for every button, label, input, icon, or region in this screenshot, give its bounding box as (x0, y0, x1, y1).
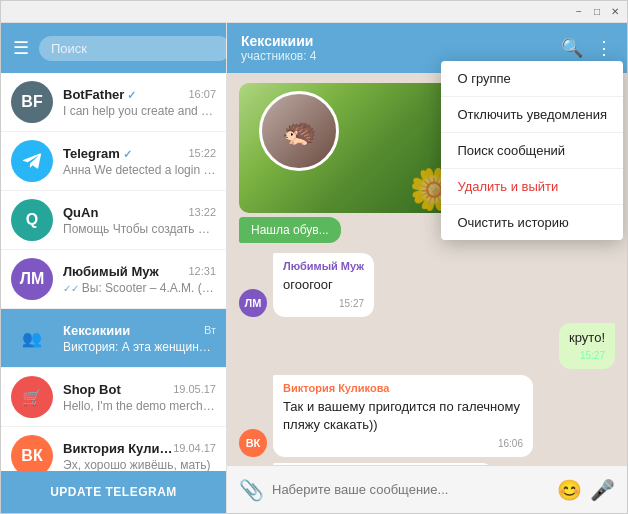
chat-item-name: Любимый Муж (63, 264, 159, 279)
photo-caption-bubble: Нашла обув... (239, 217, 341, 243)
avatar: 🛒 (11, 376, 53, 418)
chat-list-item[interactable]: ЛМ Любимый Муж 12:31 ✓✓ Вы: Scooter – 4.… (1, 250, 226, 309)
message-text: огоогоог (283, 276, 364, 294)
chat-item-preview: Помощь Чтобы создать опл... (63, 222, 216, 236)
chat-info: QuAn 13:22 Помощь Чтобы создать опл... (63, 205, 216, 236)
message-incoming: ЛМ Любимый Муж огоогоог 15:27 (239, 253, 615, 317)
chat-header-info: Кексикиии участников: 4 (241, 33, 561, 63)
app-window: − □ ✕ ☰ BF BotFather✓ 16:07 I can help y… (0, 0, 628, 514)
chat-input-bar: 📎 😊 🎤 (227, 465, 627, 513)
chat-header: Кексикиии участников: 4 🔍 ⋮ О группеОткл… (227, 23, 627, 73)
title-bar: − □ ✕ (1, 1, 627, 23)
chat-info: Shop Bot 19.05.17 Hello, I'm the demo me… (63, 382, 216, 413)
message-time: 15:27 (283, 297, 364, 311)
chat-item-name: BotFather✓ (63, 87, 136, 102)
chat-list-item[interactable]: Q QuAn 13:22 Помощь Чтобы создать опл... (1, 191, 226, 250)
menu-icon[interactable]: ☰ (13, 37, 29, 59)
maximize-button[interactable]: □ (589, 4, 605, 20)
message-avatar: ЛМ (239, 289, 267, 317)
chat-item-preview: Виктория: А эта женщина п... (63, 340, 216, 354)
chat-item-time: 12:31 (188, 265, 216, 277)
chat-name: Кексикиии (241, 33, 561, 49)
avatar (11, 140, 53, 182)
attach-icon[interactable]: 📎 (239, 478, 264, 502)
chat-list-item[interactable]: ВК Виктория Кулико... 19.04.17 Эх, хорош… (1, 427, 226, 471)
context-menu-item[interactable]: О группе (441, 61, 623, 97)
avatar: BF (11, 81, 53, 123)
chat-item-preview: Hello, I'm the demo merchan... (63, 399, 216, 413)
message-bubble: Любимый Муж огоогоог 15:27 (273, 253, 374, 317)
message-outgoing: круто! 15:27 (239, 323, 615, 369)
chat-list-item[interactable]: 🛒 Shop Bot 19.05.17 Hello, I'm the demo … (1, 368, 226, 427)
close-button[interactable]: ✕ (607, 4, 623, 20)
chat-list-item[interactable]: BF BotFather✓ 16:07 I can help you creat… (1, 73, 226, 132)
chat-item-preview: Эх, хорошо живёшь, мать) (63, 458, 216, 472)
avatar: ВК (11, 435, 53, 471)
message-bubble: Любимый Муж у нас мальчик ему все непоче… (273, 463, 494, 465)
message-text: Так и вашему пригодится по галечному пля… (283, 398, 523, 434)
context-menu-item[interactable]: Очистить историю (441, 205, 623, 240)
chat-item-name: Shop Bot (63, 382, 121, 397)
hedgehog-image: 🦔 (259, 91, 339, 171)
chat-item-time: 15:22 (188, 147, 216, 159)
chat-item-time: Вт (204, 324, 216, 336)
minimize-button[interactable]: − (571, 4, 587, 20)
chat-list-item[interactable]: Telegram✓ 15:22 Анна We detected a login… (1, 132, 226, 191)
photo-block: 🦔 🌼 (239, 83, 459, 213)
context-menu-item[interactable]: Отключить уведомления (441, 97, 623, 133)
chat-list-item[interactable]: 👥 Кексикиии Вт Виктория: А эта женщина п… (1, 309, 226, 368)
sidebar: ☰ BF BotFather✓ 16:07 I can help you cre… (1, 23, 227, 513)
context-menu-item[interactable]: Удалить и выйти (441, 169, 623, 205)
message-avatar: ВК (239, 429, 267, 457)
chat-item-name: Кексикиии (63, 323, 130, 338)
chat-item-time: 16:07 (188, 88, 216, 100)
message-text: круто! (569, 329, 605, 347)
chat-item-time: 19.04.17 (173, 442, 216, 454)
search-icon[interactable]: 🔍 (561, 37, 583, 59)
update-telegram-button[interactable]: UPDATE TELEGRAM (1, 471, 226, 513)
chat-info: Telegram✓ 15:22 Анна We detected a login… (63, 146, 216, 177)
search-input[interactable] (39, 36, 231, 61)
chat-item-preview: ✓✓ Вы: Scooter – 4.A.M. (Radio V... (63, 281, 216, 295)
emoji-icon[interactable]: 😊 (557, 478, 582, 502)
chat-item-name: Telegram✓ (63, 146, 132, 161)
message-time: 16:06 (283, 437, 523, 451)
avatar: 👥 (11, 317, 53, 359)
message-time: 15:27 (569, 349, 605, 363)
avatar: Q (11, 199, 53, 241)
chat-info: BotFather✓ 16:07 I can help you create a… (63, 87, 216, 118)
message-bubble: Виктория Куликова Так и вашему пригодитс… (273, 375, 533, 457)
chat-item-preview: I can help you create and ma... (63, 104, 216, 118)
chat-item-time: 13:22 (188, 206, 216, 218)
avatar: ЛМ (11, 258, 53, 300)
chat-info: Любимый Муж 12:31 ✓✓ Вы: Scooter – 4.A.M… (63, 264, 216, 295)
photo-caption-text: Нашла обув... (251, 223, 329, 237)
chat-item-time: 19.05.17 (173, 383, 216, 395)
chat-item-name: Виктория Кулико... (63, 441, 173, 456)
chat-item-name: QuAn (63, 205, 98, 220)
update-telegram-label: UPDATE TELEGRAM (50, 485, 177, 499)
message-sender: Любимый Муж (283, 259, 364, 274)
message-incoming: ВК Виктория Куликова Так и вашему пригод… (239, 375, 615, 457)
chat-info: Кексикиии Вт Виктория: А эта женщина п..… (63, 323, 216, 354)
context-menu: О группеОтключить уведомленияПоиск сообщ… (441, 61, 623, 240)
chat-info: Виктория Кулико... 19.04.17 Эх, хорошо ж… (63, 441, 216, 472)
message-sender: Виктория Куликова (283, 381, 523, 396)
chat-item-preview: Анна We detected a login in... (63, 163, 216, 177)
message-bubble: круто! 15:27 (559, 323, 615, 369)
main-layout: ☰ BF BotFather✓ 16:07 I can help you cre… (1, 23, 627, 513)
verified-badge: ✓ (123, 148, 132, 160)
chat-header-actions: 🔍 ⋮ (561, 37, 613, 59)
verified-badge: ✓ (127, 89, 136, 101)
sidebar-header: ☰ (1, 23, 226, 73)
chat-input[interactable] (272, 482, 549, 497)
mic-icon[interactable]: 🎤 (590, 478, 615, 502)
context-menu-item[interactable]: Поиск сообщений (441, 133, 623, 169)
chat-area: Кексикиии участников: 4 🔍 ⋮ О группеОткл… (227, 23, 627, 513)
more-icon[interactable]: ⋮ (595, 37, 613, 59)
chat-list: BF BotFather✓ 16:07 I can help you creat… (1, 73, 226, 471)
